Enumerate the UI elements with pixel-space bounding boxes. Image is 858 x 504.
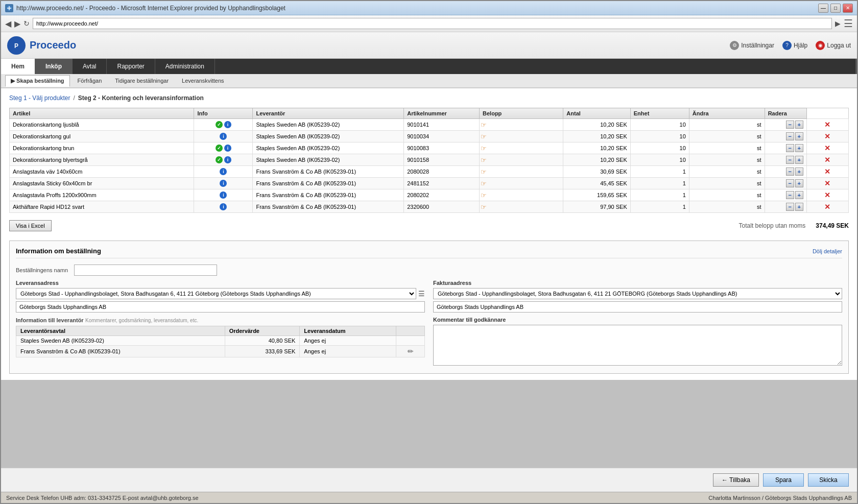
close-button[interactable]: ✕: [843, 4, 853, 13]
increase-button[interactable]: +: [795, 121, 803, 129]
hand-icon[interactable]: ☞: [481, 203, 487, 211]
status-right: Charlotta Martinsson / Göteborgs Stads U…: [708, 495, 852, 501]
info-icon[interactable]: i: [224, 121, 231, 128]
breadcrumb-step1[interactable]: Steg 1 - Välj produkter: [9, 94, 70, 102]
th-enhet: Enhet: [630, 108, 689, 119]
delivery-address-select[interactable]: Göteborgs Stad - Upphandlingsbolaget, St…: [16, 288, 416, 299]
increase-button[interactable]: +: [795, 179, 803, 187]
settings-action[interactable]: ⚙ Inställningar: [730, 41, 774, 50]
nav-item-avtal[interactable]: Avtal: [73, 59, 107, 74]
nav-item-inkop[interactable]: Inköp: [35, 59, 73, 74]
cell-belopp: 10,20 SEK: [563, 142, 630, 154]
maximize-button[interactable]: □: [830, 4, 841, 13]
delete-button[interactable]: ✕: [824, 179, 830, 187]
address-bar[interactable]: [33, 18, 832, 29]
right-col: Fakturaadress Göteborgs Stad - Upphandli…: [433, 280, 842, 367]
cell-artikel: Dekorationskartong ljusblå: [10, 119, 194, 131]
cell-hand-icon[interactable]: ☞: [480, 154, 563, 166]
hand-icon[interactable]: ☞: [481, 180, 487, 187]
edit-leveransdatum-button[interactable]: ✏: [408, 347, 414, 355]
minimize-button[interactable]: —: [818, 4, 828, 13]
decrease-button[interactable]: −: [786, 144, 794, 152]
info-icon[interactable]: i: [220, 203, 227, 210]
info-icon[interactable]: i: [224, 156, 231, 163]
refresh-icon[interactable]: ↻: [23, 19, 30, 28]
subnav-skapa-bestallning[interactable]: ▶ Skapa beställning: [5, 75, 70, 87]
breadcrumb-separator: /: [73, 94, 75, 102]
delivery-address-short-input[interactable]: [16, 301, 425, 313]
nav-item-hem[interactable]: Hem: [1, 59, 35, 74]
back-button[interactable]: ← Tillbaka: [713, 473, 759, 487]
increase-button[interactable]: +: [795, 132, 803, 140]
delete-button[interactable]: ✕: [824, 121, 830, 129]
nav-item-rapporter[interactable]: Rapporter: [107, 59, 155, 74]
decrease-button[interactable]: −: [786, 167, 794, 176]
th-antal: Antal: [563, 108, 630, 119]
order-name-input[interactable]: [74, 265, 217, 276]
subnav-tidigare-bestallningar[interactable]: Tidigare beställningar: [109, 75, 174, 86]
decrease-button[interactable]: −: [786, 132, 794, 140]
decrease-button[interactable]: −: [786, 191, 794, 199]
ie-menu-icon[interactable]: ☰: [844, 17, 853, 30]
hide-details-link[interactable]: Dölj detaljer: [813, 248, 842, 254]
hand-icon[interactable]: ☞: [481, 121, 487, 129]
decrease-button[interactable]: −: [786, 121, 794, 129]
increase-button[interactable]: +: [795, 191, 803, 199]
svg-text:P: P: [14, 42, 18, 50]
increase-button[interactable]: +: [795, 156, 803, 164]
nav-item-administration[interactable]: Administration: [155, 59, 215, 74]
lev-cell-avtal: Staples Sweden AB (IK05239-02): [16, 336, 225, 346]
delete-button[interactable]: ✕: [824, 156, 830, 164]
info-icon[interactable]: i: [224, 145, 231, 152]
cell-hand-icon[interactable]: ☞: [480, 201, 563, 213]
cell-leverantor: Staples Sweden AB (IK05239-02): [253, 142, 404, 154]
delete-button[interactable]: ✕: [824, 167, 830, 176]
delete-button[interactable]: ✕: [824, 132, 830, 140]
info-icon[interactable]: i: [220, 168, 227, 175]
cell-hand-icon[interactable]: ☞: [480, 142, 563, 154]
cell-belopp: 159,65 SEK: [563, 189, 630, 201]
delete-button[interactable]: ✕: [824, 144, 830, 152]
settings-icon: ⚙: [730, 41, 739, 50]
hand-icon[interactable]: ☞: [481, 145, 487, 152]
info-icon[interactable]: i: [220, 180, 227, 187]
cell-info: i: [194, 166, 253, 178]
increase-button[interactable]: +: [795, 144, 803, 152]
decrease-button[interactable]: −: [786, 179, 794, 187]
invoice-address-short-input[interactable]: [433, 301, 842, 313]
excel-button[interactable]: Visa i Excel: [9, 220, 52, 231]
help-action[interactable]: ? Hjälp: [782, 41, 807, 50]
info-icon[interactable]: i: [220, 133, 227, 140]
comment-textarea[interactable]: [433, 325, 842, 366]
cell-hand-icon[interactable]: ☞: [480, 119, 563, 131]
cell-hand-icon[interactable]: ☞: [480, 166, 563, 178]
go-icon[interactable]: ▶: [835, 19, 841, 28]
cell-antal: 10: [630, 142, 689, 154]
decrease-button[interactable]: −: [786, 203, 794, 211]
increase-button[interactable]: +: [795, 167, 803, 176]
hand-icon[interactable]: ☞: [481, 191, 487, 199]
back-nav-icon[interactable]: ◀: [5, 19, 11, 29]
info-icon[interactable]: i: [220, 191, 227, 199]
invoice-address-select[interactable]: Göteborgs Stad - Upphandlingsbolaget, St…: [433, 288, 842, 299]
cell-hand-icon[interactable]: ☞: [480, 131, 563, 142]
logout-action[interactable]: ◉ Logga ut: [816, 41, 851, 50]
delete-button[interactable]: ✕: [824, 191, 830, 199]
hand-icon[interactable]: ☞: [481, 168, 487, 176]
hand-icon[interactable]: ☞: [481, 156, 487, 164]
forward-nav-icon[interactable]: ▶: [14, 19, 20, 29]
delete-button[interactable]: ✕: [824, 203, 830, 211]
send-button[interactable]: Skicka: [808, 473, 849, 487]
subnav-leveranskvittens[interactable]: Leveranskvittens: [176, 75, 230, 86]
cell-hand-icon[interactable]: ☞: [480, 189, 563, 201]
cell-hand-icon[interactable]: ☞: [480, 178, 563, 189]
decrease-button[interactable]: −: [786, 156, 794, 164]
hand-icon[interactable]: ☞: [481, 133, 487, 140]
subnav-forfragen[interactable]: Förfrågan: [72, 75, 108, 86]
address-list-icon[interactable]: ☰: [418, 290, 425, 298]
cell-artikelnummer: 2080028: [404, 166, 480, 178]
save-button[interactable]: Spara: [763, 473, 804, 487]
cell-enhet: st: [689, 178, 765, 189]
table-row: Anslagstavla väv 140x60cm iFrans Svanstr…: [10, 166, 849, 178]
increase-button[interactable]: +: [795, 203, 803, 211]
